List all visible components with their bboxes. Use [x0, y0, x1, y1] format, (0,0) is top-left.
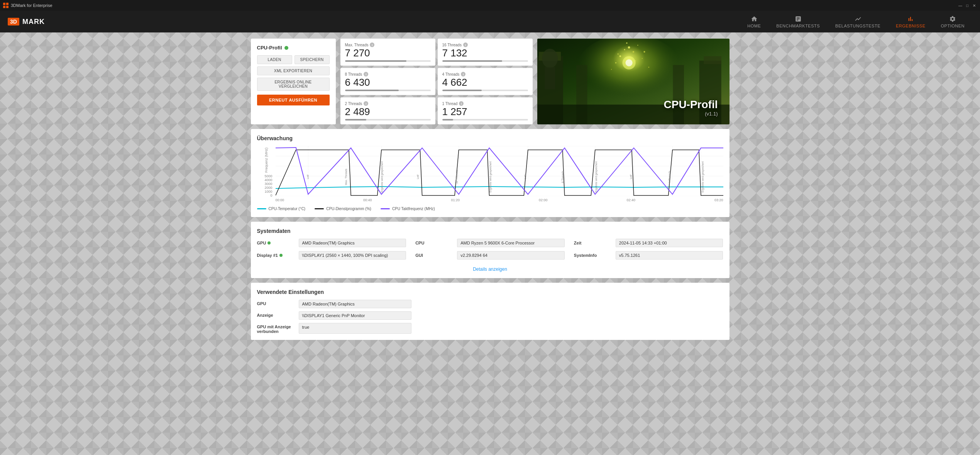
nav-label-home: HOME: [747, 24, 761, 28]
sysdata-cpu-value: AMD Ryzen 5 9600X 6-Core Processor: [457, 239, 565, 247]
sysdata-display-row: Display #1 \\DISPLAY1 (2560 × 1440, 100%…: [257, 251, 406, 260]
details-link[interactable]: Details anzeigen: [257, 267, 723, 272]
legend-cpu-temp: CPU-Temperatur (°C): [257, 207, 306, 211]
maximize-button[interactable]: □: [965, 3, 970, 8]
legend-cpu-freq: CPU Taktfrequenz (MHz): [381, 207, 435, 211]
sysdata-display-value: \\DISPLAY1 (2560 × 1440, 100% DPI scalin…: [299, 251, 406, 260]
hero-subtitle: (v1.1): [664, 111, 718, 117]
legend-color-usage: [315, 208, 324, 209]
score-label-16-threads: 16 Threads i: [442, 42, 528, 47]
nav-item-home[interactable]: HOME: [740, 12, 768, 31]
info-icon-2-threads[interactable]: i: [364, 101, 368, 106]
nav-item-results[interactable]: ERGEBNISSE: [888, 12, 933, 31]
settings-gpuconnect-value: true: [299, 323, 411, 334]
scores-grid: Max. Threads i 7 270 16 Threads i 7 132: [340, 39, 533, 124]
sysdata-sysinfo-label: SystemInfo: [574, 253, 613, 258]
sysdata-sysinfo-row: SystemInfo v5.75.1261: [574, 251, 723, 260]
sysdata-gpu-row: GPU AMD Radeon(TM) Graphics: [257, 239, 406, 247]
score-card-16-threads: 16 Threads i 7 132: [438, 39, 533, 66]
nav-items: HOME BENCHMARKTESTS BELASTUNGSTESTE ERGE…: [740, 12, 972, 31]
sysdata-gui-label: GUI: [415, 253, 454, 258]
score-bar-4-threads: [442, 90, 528, 91]
titlebar-title: 3DMark for Enterprise: [11, 3, 52, 8]
score-bar-fill-4-threads: [442, 90, 482, 91]
options-icon: [949, 15, 956, 22]
sysdata-col-3: Zeit 2024-11-05 14:33 +01:00 SystemInfo …: [574, 239, 723, 263]
results-icon: [907, 15, 914, 22]
svg-point-28: [648, 67, 649, 68]
score-value-4-threads: 4 662: [442, 77, 528, 87]
svg-rect-12: [704, 56, 721, 64]
svg-point-22: [641, 58, 642, 59]
nav-item-benchmark[interactable]: BENCHMARKTESTS: [768, 12, 828, 31]
hero-overlay: CPU-Profil (v1.1): [664, 98, 718, 117]
yaxis-label: Frequenz (MHz): [264, 148, 268, 173]
score-label-max-threads: Max. Threads i: [345, 42, 431, 47]
display-status-dot: [279, 254, 283, 257]
compare-button[interactable]: ERGEBNIS ONLINE VERGLEICHEN: [257, 78, 330, 91]
score-value-max-threads: 7 270: [345, 48, 431, 58]
svg-text:8 Threads: 8 Threads: [560, 171, 564, 183]
svg-point-23: [626, 42, 627, 44]
sysdata-cpu-label: CPU: [415, 241, 454, 245]
used-settings-section: Verwendete Einstellungen GPU AMD Radeon(…: [251, 283, 729, 340]
save-button[interactable]: SPEICHERN: [295, 55, 330, 64]
hero-title: CPU-Profil: [664, 98, 718, 111]
sysdata-zeit-label: Zeit: [574, 241, 613, 245]
nav-item-stress[interactable]: BELASTUNGSTESTE: [828, 12, 888, 31]
score-bar-fill-max-threads: [345, 60, 407, 62]
legend-cpu-usage: CPU-Dienstprogramm (%): [315, 207, 371, 211]
load-button[interactable]: LADEN: [257, 55, 292, 64]
settings-gpu-value: AMD Radeon(TM) Graphics: [299, 300, 411, 308]
chart-legend: CPU-Temperatur (°C) CPU-Dienstprogramm (…: [257, 207, 723, 211]
info-icon-4-threads[interactable]: i: [461, 72, 465, 76]
settings-gpu-label: GPU: [257, 300, 296, 308]
nav-item-options[interactable]: OPTIONEN: [933, 12, 972, 31]
monitoring-title: Überwachung: [257, 135, 723, 141]
sysdata-display-label: Display #1: [257, 253, 296, 258]
svg-text:Leif: Leif: [416, 175, 420, 179]
score-card-1-thread: 1 Thread i 1 257: [438, 97, 533, 124]
stress-icon: [855, 15, 862, 22]
run-again-button[interactable]: ERNEUT AUSFÜHREN: [257, 95, 330, 105]
close-button[interactable]: ✕: [972, 3, 977, 8]
sysdata-gpu-label: GPU: [257, 241, 296, 245]
svg-text:Leif: Leif: [523, 175, 526, 179]
svg-point-30: [625, 59, 632, 66]
score-label-1-thread: 1 Thread i: [442, 101, 528, 106]
export-button[interactable]: XML EXPORTIEREN: [257, 66, 330, 75]
svg-rect-0: [3, 3, 5, 5]
settings-display-label: Anzeige: [257, 311, 296, 320]
minimize-button[interactable]: —: [958, 3, 963, 8]
chart-xaxis: 00:00 00:40 01:20 02:00 02:40 03:20: [276, 198, 723, 202]
systemdata-section: Systemdaten GPU AMD Radeon(TM) Graphics …: [251, 222, 729, 278]
svg-point-18: [632, 51, 634, 53]
sysdata-zeit-value: 2024-11-05 14:33 +01:00: [616, 239, 723, 247]
score-card-max-threads: Max. Threads i 7 270: [340, 39, 435, 66]
app-icon: [3, 3, 8, 8]
svg-text:Leif: Leif: [306, 175, 310, 179]
action-buttons: LADEN SPEICHERN XML EXPORTIEREN ERGEBNIS…: [257, 55, 330, 105]
score-bar-fill-8-threads: [345, 90, 399, 91]
chart-area: Leif Max. Threads Ergebnis wird gespeich…: [276, 146, 723, 204]
score-value-2-threads: 2 489: [345, 107, 431, 117]
legend-color-freq: [381, 208, 390, 209]
svg-text:Ergebnis wird gespeichert: Ergebnis wird gespeichert: [488, 161, 492, 192]
info-icon-max-threads[interactable]: i: [370, 42, 374, 47]
sysdata-gui-row: GUI v2.29.8294 64: [415, 251, 565, 260]
sysdata-col-2: CPU AMD Ryzen 5 9600X 6-Core Processor G…: [415, 239, 565, 263]
nav-label-options: OPTIONEN: [941, 24, 965, 28]
gpu-status-dot: [267, 241, 271, 244]
svg-point-19: [637, 45, 638, 46]
home-icon: [751, 15, 758, 22]
svg-text:Max. Threads: Max. Threads: [344, 168, 347, 185]
titlebar: 3DMark for Enterprise — □ ✕: [0, 0, 980, 11]
svg-text:4 Threads: 4 Threads: [667, 171, 671, 183]
sysdata-zeit-row: Zeit 2024-11-05 14:33 +01:00: [574, 239, 723, 247]
info-icon-1-thread[interactable]: i: [459, 101, 464, 106]
svg-text:Ergebnis wird gespeichert: Ergebnis wird gespeichert: [380, 161, 384, 192]
sysdata-sysinfo-value: v5.75.1261: [616, 251, 723, 260]
info-icon-8-threads[interactable]: i: [364, 72, 368, 76]
info-icon-16-threads[interactable]: i: [463, 42, 468, 47]
score-label-8-threads: 8 Threads i: [345, 72, 431, 76]
